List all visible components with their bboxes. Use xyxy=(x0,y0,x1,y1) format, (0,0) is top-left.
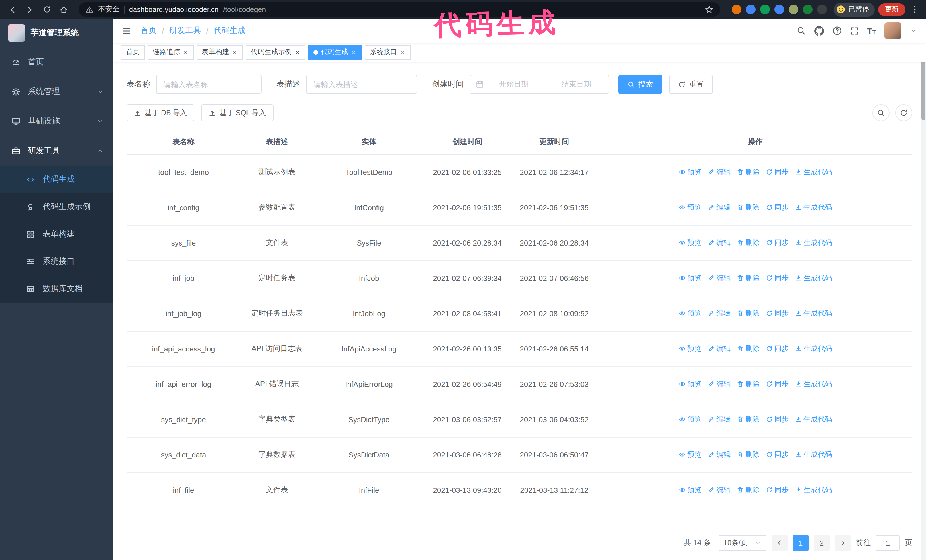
close-icon[interactable] xyxy=(351,49,357,55)
forward-icon[interactable] xyxy=(23,3,36,16)
page-button-2[interactable]: 2 xyxy=(814,535,830,551)
delete-link[interactable]: 删除 xyxy=(737,450,760,459)
close-icon[interactable] xyxy=(183,49,189,55)
edit-link[interactable]: 编辑 xyxy=(708,202,731,212)
generate-link[interactable]: 生成代码 xyxy=(795,308,832,318)
address-bar[interactable]: 不安全 dashboard.yudao.iocoder.cn/tool/code… xyxy=(79,2,720,17)
edit-link[interactable]: 编辑 xyxy=(708,167,731,177)
goto-page-input[interactable] xyxy=(876,535,900,551)
delete-link[interactable]: 删除 xyxy=(737,273,760,283)
sync-link[interactable]: 同步 xyxy=(766,273,789,283)
sidebar-item-codegen[interactable]: 代码生成 xyxy=(0,166,113,193)
generate-link[interactable]: 生成代码 xyxy=(795,238,832,248)
browser-update-button[interactable]: 更新 xyxy=(878,3,905,16)
page-scrollbar[interactable] xyxy=(921,19,926,560)
generate-link[interactable]: 生成代码 xyxy=(795,273,832,283)
tab-代码生成示例[interactable]: 代码生成示例 xyxy=(246,45,306,60)
generate-link[interactable]: 生成代码 xyxy=(795,450,832,459)
sidebar-item-infra[interactable]: 基础设施 xyxy=(0,107,113,136)
edit-link[interactable]: 编辑 xyxy=(708,308,731,318)
preview-link[interactable]: 预览 xyxy=(679,379,702,389)
search-icon[interactable] xyxy=(796,26,805,35)
generate-link[interactable]: 生成代码 xyxy=(795,167,832,177)
delete-link[interactable]: 删除 xyxy=(737,167,760,177)
preview-link[interactable]: 预览 xyxy=(679,167,702,177)
extension-icon[interactable] xyxy=(732,5,741,14)
delete-link[interactable]: 删除 xyxy=(737,344,760,353)
preview-link[interactable]: 预览 xyxy=(679,273,702,283)
import-sql-button[interactable]: 基于 SQL 导入 xyxy=(201,104,274,121)
bookmark-star-icon[interactable] xyxy=(705,5,713,14)
delete-link[interactable]: 删除 xyxy=(737,485,760,495)
extension-icon[interactable] xyxy=(789,5,798,14)
edit-link[interactable]: 编辑 xyxy=(708,273,731,283)
preview-link[interactable]: 预览 xyxy=(679,450,702,459)
edit-link[interactable]: 编辑 xyxy=(708,450,731,459)
delete-link[interactable]: 删除 xyxy=(737,202,760,212)
tab-表单构建[interactable]: 表单构建 xyxy=(197,45,243,60)
preview-link[interactable]: 预览 xyxy=(679,238,702,248)
tab-链路追踪[interactable]: 链路追踪 xyxy=(148,45,194,60)
extension-icon[interactable] xyxy=(746,5,756,14)
close-icon[interactable] xyxy=(400,49,406,55)
prev-page-button[interactable] xyxy=(772,535,788,551)
refresh-table-button[interactable] xyxy=(895,104,912,121)
table-name-input[interactable] xyxy=(156,75,262,94)
preview-link[interactable]: 预览 xyxy=(679,414,702,424)
edit-link[interactable]: 编辑 xyxy=(708,238,731,248)
sidebar-item-home[interactable]: 首页 xyxy=(0,47,113,77)
help-icon[interactable] xyxy=(832,26,841,35)
sync-link[interactable]: 同步 xyxy=(766,238,789,248)
sync-link[interactable]: 同步 xyxy=(766,414,789,424)
user-avatar[interactable] xyxy=(884,22,902,39)
sync-link[interactable]: 同步 xyxy=(766,167,789,177)
page-button-1[interactable]: 1 xyxy=(793,535,809,551)
sync-link[interactable]: 同步 xyxy=(766,202,789,212)
generate-link[interactable]: 生成代码 xyxy=(795,344,832,353)
table-desc-input[interactable] xyxy=(306,75,417,94)
edit-link[interactable]: 编辑 xyxy=(708,379,731,389)
generate-link[interactable]: 生成代码 xyxy=(795,485,832,495)
preview-link[interactable]: 预览 xyxy=(679,308,702,318)
page-size-select[interactable]: 10条/页 xyxy=(718,535,766,551)
sidebar-collapse-icon[interactable] xyxy=(122,26,132,36)
generate-link[interactable]: 生成代码 xyxy=(795,202,832,212)
extension-icon[interactable] xyxy=(775,5,784,14)
home-icon[interactable] xyxy=(57,3,71,16)
search-button[interactable]: 搜索 xyxy=(618,75,662,94)
browser-profile-chip[interactable]: 已暂停 xyxy=(834,3,875,16)
breadcrumb-devtools[interactable]: 研发工具 xyxy=(169,26,201,36)
sync-link[interactable]: 同步 xyxy=(766,344,789,353)
sidebar-item-db-doc[interactable]: 数据库文档 xyxy=(0,275,113,302)
delete-link[interactable]: 删除 xyxy=(737,414,760,424)
generate-link[interactable]: 生成代码 xyxy=(795,379,832,389)
close-icon[interactable] xyxy=(295,49,300,55)
tab-系统接口[interactable]: 系统接口 xyxy=(365,45,411,60)
delete-link[interactable]: 删除 xyxy=(737,379,760,389)
fullscreen-icon[interactable] xyxy=(850,27,858,35)
sidebar-item-devtools[interactable]: 研发工具 xyxy=(0,136,113,166)
next-page-button[interactable] xyxy=(835,535,851,551)
tab-代码生成[interactable]: 代码生成 xyxy=(308,45,362,60)
reset-button[interactable]: 重置 xyxy=(669,75,713,94)
sidebar-item-system[interactable]: 系统管理 xyxy=(0,77,113,107)
caret-down-icon[interactable] xyxy=(910,27,917,34)
back-icon[interactable] xyxy=(6,3,20,16)
delete-link[interactable]: 删除 xyxy=(737,308,760,318)
edit-link[interactable]: 编辑 xyxy=(708,414,731,424)
delete-link[interactable]: 删除 xyxy=(737,238,760,248)
extension-icon[interactable] xyxy=(817,5,827,14)
generate-link[interactable]: 生成代码 xyxy=(795,414,832,424)
sidebar-item-codegen-example[interactable]: 代码生成示例 xyxy=(0,193,113,220)
reload-icon[interactable] xyxy=(40,3,54,16)
tab-首页[interactable]: 首页 xyxy=(121,45,145,60)
extension-icon[interactable] xyxy=(803,5,813,14)
breadcrumb-home[interactable]: 首页 xyxy=(141,26,157,36)
github-icon[interactable] xyxy=(814,26,824,36)
sync-link[interactable]: 同步 xyxy=(766,379,789,389)
edit-link[interactable]: 编辑 xyxy=(708,344,731,353)
sidebar-item-api[interactable]: 系统接口 xyxy=(0,248,113,275)
edit-link[interactable]: 编辑 xyxy=(708,485,731,495)
sync-link[interactable]: 同步 xyxy=(766,450,789,459)
sync-link[interactable]: 同步 xyxy=(766,485,789,495)
